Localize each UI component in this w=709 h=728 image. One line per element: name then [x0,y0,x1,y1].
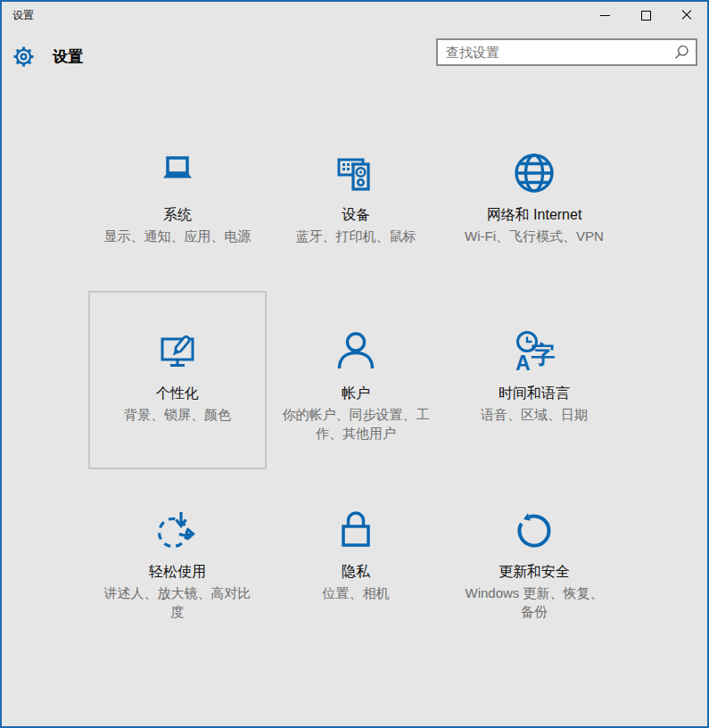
tile-subtitle: Windows 更新、恢复、备份 [459,583,609,621]
gear-icon [12,45,36,69]
close-button[interactable] [666,2,707,29]
devices-icon [334,152,377,194]
tile-subtitle: Wi-Fi、飞行模式、VPN [465,227,604,245]
tile-subtitle: 讲述人、放大镜、高对比度 [103,583,252,621]
personalization-icon [156,330,199,373]
search-box [436,38,697,66]
search-input[interactable] [438,45,674,60]
search-icon[interactable] [674,45,689,60]
tile-ease-of-access[interactable]: 轻松使用讲述人、放大镜、高对比度 [88,469,267,648]
ease-of-access-icon [156,509,199,551]
tile-network[interactable]: 网络和 InternetWi-Fi、飞行模式、VPN [445,112,623,291]
settings-tiles-grid: 系统显示、通知、应用、电源 设备蓝牙、打印机、鼠标 网络和 InternetWi… [88,112,623,648]
window-title: 设置 [12,8,34,23]
tile-subtitle: 你的帐户、同步设置、工作、其他用户 [281,405,431,443]
user-icon [334,330,377,373]
svg-text:字: 字 [531,342,555,368]
tile-subtitle: 背景、锁屏、颜色 [124,405,231,424]
tile-personalization[interactable]: 个性化背景、锁屏、颜色 [88,291,267,469]
tile-devices[interactable]: 设备蓝牙、打印机、鼠标 [267,112,445,291]
tile-title: 个性化 [156,385,199,402]
tile-subtitle: 显示、通知、应用、电源 [104,227,251,245]
tile-title: 轻松使用 [149,563,206,581]
tile-accounts[interactable]: 帐户你的帐户、同步设置、工作、其他用户 [267,291,445,469]
refresh-icon [513,509,556,551]
tile-subtitle: 蓝牙、打印机、鼠标 [296,227,416,245]
title-bar: 设置 [2,2,707,29]
minimize-icon [600,15,610,16]
maximize-button[interactable] [625,2,666,29]
tile-title: 帐户 [342,385,370,402]
tile-title: 系统 [163,206,192,224]
minimize-button[interactable] [584,2,625,29]
tile-title: 时间和语言 [499,385,570,402]
page-title: 设置 [53,46,83,67]
tile-subtitle: 位置、相机 [323,583,390,602]
tile-subtitle: 语音、区域、日期 [481,405,588,424]
laptop-icon [156,152,199,194]
maximize-icon [641,11,651,21]
tile-time-language[interactable]: A 字时间和语言语音、区域、日期 [445,291,623,469]
clock-language-icon: A 字 [513,330,556,373]
settings-header: 设置 [2,29,707,84]
lock-icon [334,509,377,551]
tile-update-security[interactable]: 更新和安全Windows 更新、恢复、备份 [445,469,623,648]
settings-window: 设置 [0,0,709,728]
tile-privacy[interactable]: 隐私位置、相机 [267,469,445,648]
svg-text:A: A [515,352,531,373]
close-icon [681,10,692,21]
tile-title: 隐私 [342,563,370,581]
globe-icon [513,152,556,194]
tile-title: 设备 [342,206,370,224]
tile-system[interactable]: 系统显示、通知、应用、电源 [88,112,267,291]
caption-buttons [584,2,707,29]
tile-title: 网络和 Internet [487,206,582,224]
tile-title: 更新和安全 [499,563,570,581]
